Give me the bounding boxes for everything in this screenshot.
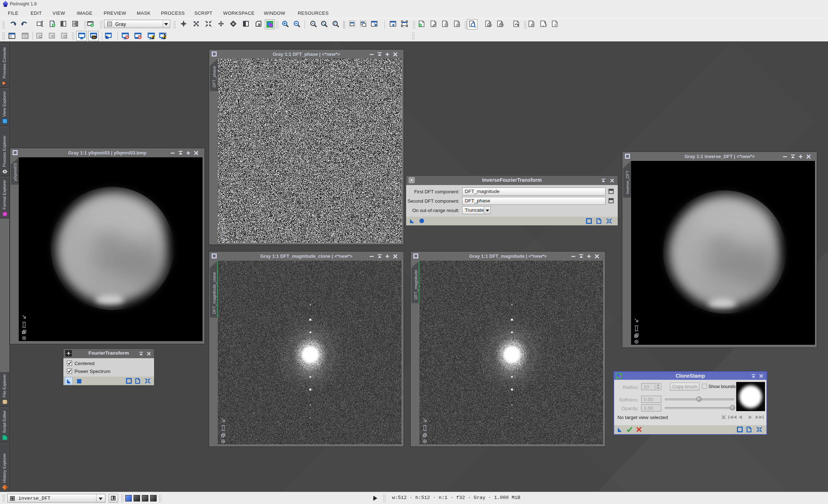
svg-text:24: 24 (92, 36, 96, 39)
